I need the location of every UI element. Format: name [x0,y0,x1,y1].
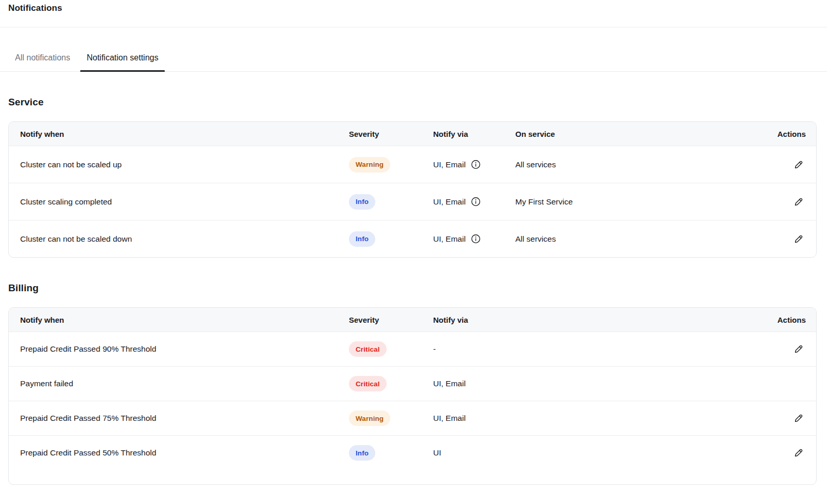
severity-cell: Info [349,194,433,210]
edit-button[interactable] [791,232,806,246]
table-row: Cluster can not be scaled down Info UI, … [9,220,816,257]
notify-via-cell: UI, Email [433,414,748,423]
column-header-on-service: On service [515,130,748,138]
column-header-actions: Actions [748,130,816,138]
notify-via-info-button[interactable] [471,160,481,169]
notify-via-info-button[interactable] [471,197,481,207]
notify-when-label: Cluster scaling completed [20,197,112,206]
notify-via-label: UI, Email [433,414,466,423]
table-row: Prepaid Credit Passed 50% Threshold Info… [9,435,816,470]
service-section: Service Notify when Severity Notify via … [8,97,817,258]
notify-via-label: UI, Email [433,197,466,207]
severity-cell: Warning [349,411,433,426]
severity-cell: Info [349,231,433,247]
info-icon [471,160,481,169]
on-service-cell: All services [515,160,748,169]
notify-when-cell: Prepaid Credit Passed 75% Threshold [9,414,349,423]
on-service-label: All services [515,234,556,243]
section-heading-service: Service [8,97,817,108]
billing-section: Billing Notify when Severity Notify via … [8,282,817,485]
pencil-icon [793,448,804,458]
actions-cell [748,411,816,426]
notify-when-label: Cluster can not be scaled up [20,160,121,169]
service-table: Notify when Severity Notify via On servi… [8,121,817,258]
page-title: Notifications [8,3,819,13]
severity-badge: Info [349,194,375,210]
notify-via-cell: - [433,344,748,354]
column-header-notify-via: Notify via [433,130,515,138]
column-header-notify-when: Notify when [9,316,349,324]
column-header-actions: Actions [748,316,816,324]
edit-button[interactable] [791,342,806,356]
pencil-icon [793,413,804,423]
notify-via-label: UI, Email [433,234,466,244]
column-header-severity: Severity [349,130,433,138]
notify-when-label: Prepaid Credit Passed 75% Threshold [20,414,156,422]
actions-cell [748,195,816,209]
notify-via-label: UI, Email [433,160,466,169]
notify-when-cell: Cluster can not be scaled down [9,234,349,244]
billing-table: Notify when Severity Notify via Actions … [8,307,817,485]
table-row: Payment failed Critical UI, Email [9,366,816,401]
severity-badge: Critical [349,341,387,357]
on-service-label: All services [515,160,556,169]
table-body: Prepaid Credit Passed 90% Threshold Crit… [9,332,816,470]
page-header: Notifications [0,0,827,27]
column-header-notify-when: Notify when [9,130,349,138]
notify-via-cell: UI [433,448,748,458]
severity-cell: Warning [349,157,433,172]
on-service-cell: My First Service [515,197,748,207]
notify-when-cell: Payment failed [9,379,349,388]
actions-cell [748,446,816,460]
main-content: Service Notify when Severity Notify via … [0,97,827,485]
on-service-label: My First Service [515,197,573,206]
notify-when-label: Prepaid Credit Passed 50% Threshold [20,448,156,457]
pencil-icon [793,197,804,207]
severity-badge: Critical [349,376,387,391]
notify-via-label: UI, Email [433,379,466,388]
severity-badge: Warning [349,411,390,426]
column-header-notify-via: Notify via [433,316,748,324]
table-bottom-spacer [9,470,816,484]
notify-via-cell: UI, Email [433,197,515,207]
severity-badge: Warning [349,157,390,172]
actions-cell [748,158,816,172]
notify-via-cell: UI, Email [433,234,515,244]
notify-when-cell: Cluster can not be scaled up [9,160,349,169]
column-header-severity: Severity [349,316,433,324]
severity-cell: Info [349,445,433,461]
edit-button[interactable] [791,195,806,209]
info-icon [471,234,481,244]
edit-button[interactable] [791,158,806,172]
actions-cell [748,232,816,246]
notify-when-cell: Cluster scaling completed [9,197,349,207]
edit-button[interactable] [791,446,806,460]
notify-via-info-button[interactable] [471,234,481,244]
section-heading-billing: Billing [8,282,817,294]
notify-when-label: Cluster can not be scaled down [20,234,132,243]
notify-when-cell: Prepaid Credit Passed 50% Threshold [9,448,349,458]
table-header-row: Notify when Severity Notify via Actions [9,308,816,332]
severity-badge: Info [349,445,375,461]
table-row: Prepaid Credit Passed 90% Threshold Crit… [9,332,816,366]
notify-via-cell: UI, Email [433,160,515,169]
tab-notification-settings[interactable]: Notification settings [80,46,165,71]
table-row: Prepaid Credit Passed 75% Threshold Warn… [9,401,816,435]
notify-via-label: - [433,344,436,354]
notify-when-label: Payment failed [20,379,73,388]
notify-via-label: UI [433,448,441,458]
edit-button[interactable] [791,411,806,426]
tab-bar: All notifications Notification settings [0,27,827,72]
table-row: Cluster scaling completed Info UI, Email… [9,183,816,220]
table-header-row: Notify when Severity Notify via On servi… [9,122,816,146]
notify-when-label: Prepaid Credit Passed 90% Threshold [20,344,156,353]
table-body: Cluster can not be scaled up Warning UI,… [9,146,816,257]
on-service-cell: All services [515,234,748,244]
info-icon [471,197,481,207]
pencil-icon [793,160,804,170]
notify-when-cell: Prepaid Credit Passed 90% Threshold [9,344,349,354]
severity-badge: Info [349,231,375,247]
notify-via-cell: UI, Email [433,379,748,388]
table-row: Cluster can not be scaled up Warning UI,… [9,146,816,183]
tab-all-notifications[interactable]: All notifications [8,46,77,71]
